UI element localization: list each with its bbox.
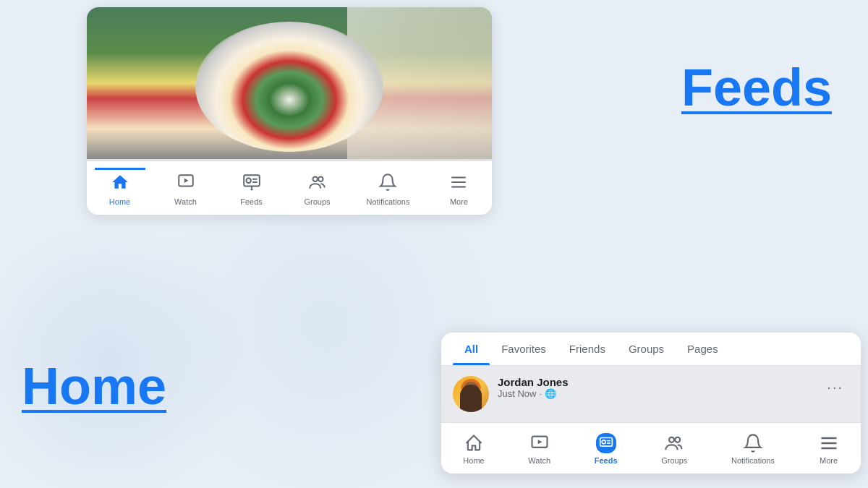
bottom-nav-bar: Home Watch Feeds	[441, 422, 861, 474]
tab-friends[interactable]: Friends	[558, 333, 617, 365]
groups-icon-top	[308, 173, 327, 194]
nav-label-home-bottom: Home	[463, 456, 484, 465]
more-icon-bottom	[819, 433, 839, 453]
nav-item-home-top[interactable]: Home	[95, 168, 145, 209]
feeds-icon-bottom	[596, 433, 616, 453]
privacy-icon: 🌐	[545, 388, 556, 399]
tab-pages[interactable]: Pages	[676, 333, 730, 365]
nav-item-notifications-top[interactable]: Notifications	[358, 170, 419, 209]
tab-all[interactable]: All	[453, 333, 490, 365]
nav-label-watch-bottom: Watch	[528, 456, 550, 465]
watch-icon-top	[176, 173, 195, 194]
post-username: Jordan Jones	[498, 376, 812, 388]
groups-icon-bottom	[664, 433, 684, 453]
post-info: Jordan Jones Just Now · 🌐	[498, 376, 812, 399]
feeds-icon-top	[242, 173, 261, 194]
feed-tabs-bar: All Favorites Friends Groups Pages	[441, 333, 861, 366]
home-icon-bottom	[464, 433, 484, 453]
svg-marker-1	[184, 179, 187, 184]
bottom-card: All Favorites Friends Groups Pages Jorda…	[441, 333, 861, 474]
feed-post-row: Jordan Jones Just Now · 🌐 ···	[441, 366, 861, 422]
home-big-label: Home	[22, 356, 166, 416]
nav-label-more-bottom: More	[820, 456, 838, 465]
post-more-button[interactable]: ···	[821, 376, 849, 398]
nav-item-watch-top[interactable]: Watch	[161, 170, 211, 209]
nav-item-home-bottom[interactable]: Home	[456, 430, 491, 468]
top-card: Home Watch	[87, 7, 492, 215]
svg-point-16	[602, 440, 605, 444]
notifications-icon-top	[378, 173, 397, 194]
svg-point-9	[318, 176, 323, 181]
nav-item-groups-top[interactable]: Groups	[292, 170, 343, 209]
watch-icon-bottom	[529, 433, 550, 453]
home-icon-top	[111, 173, 129, 194]
notifications-icon-bottom	[743, 433, 763, 453]
svg-point-3	[246, 179, 251, 184]
svg-point-19	[669, 437, 674, 442]
feeds-big-label: Feeds	[681, 58, 832, 117]
nav-label-home-top: Home	[109, 197, 130, 206]
tab-groups[interactable]: Groups	[617, 333, 676, 365]
nav-label-notifications-bottom: Notifications	[731, 456, 775, 465]
nav-item-watch-bottom[interactable]: Watch	[521, 430, 558, 468]
nav-label-feeds-top: Feeds	[240, 197, 263, 206]
nav-label-watch-top: Watch	[174, 197, 197, 206]
nav-label-groups-bottom: Groups	[661, 456, 687, 465]
nav-item-more-top[interactable]: More	[433, 170, 484, 209]
top-nav-bar: Home Watch	[87, 159, 492, 215]
svg-marker-14	[537, 440, 542, 444]
tab-favorites[interactable]: Favorites	[490, 333, 558, 365]
nav-item-notifications-bottom[interactable]: Notifications	[724, 430, 782, 468]
nav-item-groups-bottom[interactable]: Groups	[654, 430, 694, 468]
nav-item-feeds-bottom[interactable]: Feeds	[587, 430, 625, 468]
nav-label-more-top: More	[450, 197, 468, 206]
nav-label-notifications-top: Notifications	[367, 197, 410, 206]
svg-point-8	[312, 176, 318, 181]
food-image	[87, 7, 492, 159]
more-icon-top	[449, 173, 468, 194]
svg-point-6	[250, 188, 252, 190]
nav-label-feeds-bottom: Feeds	[595, 456, 618, 465]
svg-point-20	[675, 437, 680, 442]
post-timestamp: Just Now · 🌐	[498, 388, 812, 399]
nav-item-more-bottom[interactable]: More	[812, 430, 846, 468]
avatar	[453, 376, 489, 412]
nav-label-groups-top: Groups	[304, 197, 330, 206]
nav-item-feeds-top[interactable]: Feeds	[226, 170, 277, 209]
